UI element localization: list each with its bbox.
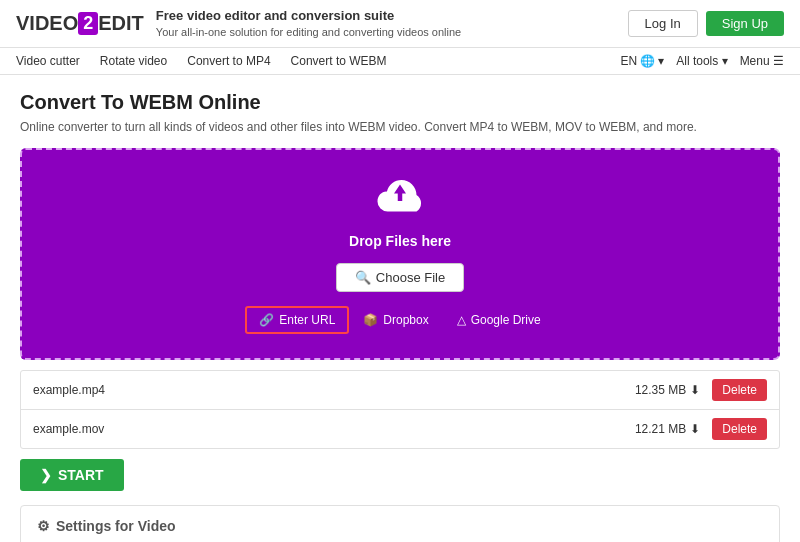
logo-two: 2 [78, 12, 98, 35]
start-button[interactable]: ❯ START [20, 459, 124, 491]
dropbox-icon: 📦 [363, 313, 378, 327]
google-drive-icon: △ [457, 313, 466, 327]
file-size: 12.21 MB ⬇ [635, 422, 700, 436]
menu-label: Menu [740, 54, 770, 68]
upload-options: 🔗 Enter URL 📦 Dropbox △ Google Drive [245, 306, 554, 334]
settings-title: ⚙ Settings for Video [37, 518, 763, 534]
chevron-down-icon-tools: ▾ [722, 54, 728, 68]
google-drive-label: Google Drive [471, 313, 541, 327]
enter-url-button[interactable]: 🔗 Enter URL [245, 306, 349, 334]
gear-icon: ⚙ [37, 518, 50, 534]
header-right: Log In Sign Up [628, 10, 784, 37]
upload-cloud-icon [370, 174, 430, 225]
file-name: example.mp4 [33, 383, 635, 397]
logo-edit: EDIT [98, 12, 144, 35]
dropbox-button[interactable]: 📦 Dropbox [349, 307, 442, 333]
lang-label: EN [621, 54, 638, 68]
logo-video: VIDEO [16, 12, 78, 35]
download-icon: ⬇ [690, 422, 700, 436]
delete-button-1[interactable]: Delete [712, 418, 767, 440]
enter-url-label: Enter URL [279, 313, 335, 327]
table-row: example.mov 12.21 MB ⬇ Delete [21, 410, 779, 448]
page-desc: Online converter to turn all kinds of vi… [20, 120, 780, 134]
google-drive-button[interactable]: △ Google Drive [443, 307, 555, 333]
start-label: START [58, 467, 104, 483]
nav-item-rotate-video[interactable]: Rotate video [100, 54, 167, 68]
lang-flag-icon: 🌐 [640, 54, 655, 68]
hamburger-icon: ☰ [773, 54, 784, 68]
menu-button[interactable]: Menu ☰ [740, 54, 784, 68]
all-tools[interactable]: All tools ▾ [676, 54, 727, 68]
logo: VIDEO 2 EDIT [16, 12, 144, 35]
nav-item-video-cutter[interactable]: Video cutter [16, 54, 80, 68]
drop-files-text: Drop Files here [349, 233, 451, 249]
header: VIDEO 2 EDIT Free video editor and conve… [0, 0, 800, 48]
download-icon: ⬇ [690, 383, 700, 397]
search-icon: 🔍 [355, 270, 371, 285]
logo-tagline: Free video editor and conversion suite Y… [156, 8, 461, 39]
nav: Video cutter Rotate video Convert to MP4… [0, 48, 800, 75]
choose-file-button[interactable]: 🔍 Choose File [336, 263, 464, 292]
login-button[interactable]: Log In [628, 10, 698, 37]
page-title: Convert To WEBM Online [20, 91, 780, 114]
upload-box: Drop Files here 🔍 Choose File 🔗 Enter UR… [20, 148, 780, 360]
tagline-sub: Your all-in-one solution for editing and… [156, 26, 461, 38]
dropbox-label: Dropbox [383, 313, 428, 327]
nav-right: EN 🌐 ▾ All tools ▾ Menu ☰ [621, 54, 784, 68]
settings-box: ⚙ Settings for Video Change frame rate: … [20, 505, 780, 542]
nav-lang[interactable]: EN 🌐 ▾ [621, 54, 665, 68]
tagline-strong: Free video editor and conversion suite [156, 8, 394, 23]
link-icon: 🔗 [259, 313, 274, 327]
file-list: example.mp4 12.35 MB ⬇ Delete example.mo… [20, 370, 780, 449]
table-row: example.mp4 12.35 MB ⬇ Delete [21, 371, 779, 410]
delete-button-0[interactable]: Delete [712, 379, 767, 401]
chevron-right-icon: ❯ [40, 467, 52, 483]
header-left: VIDEO 2 EDIT Free video editor and conve… [16, 8, 461, 39]
file-name: example.mov [33, 422, 635, 436]
signup-button[interactable]: Sign Up [706, 11, 784, 36]
file-size: 12.35 MB ⬇ [635, 383, 700, 397]
nav-item-convert-webm[interactable]: Convert to WEBM [291, 54, 387, 68]
choose-file-label: Choose File [376, 270, 445, 285]
nav-item-convert-mp4[interactable]: Convert to MP4 [187, 54, 270, 68]
all-tools-label: All tools [676, 54, 718, 68]
chevron-down-icon: ▾ [658, 54, 664, 68]
main: Convert To WEBM Online Online converter … [0, 75, 800, 542]
